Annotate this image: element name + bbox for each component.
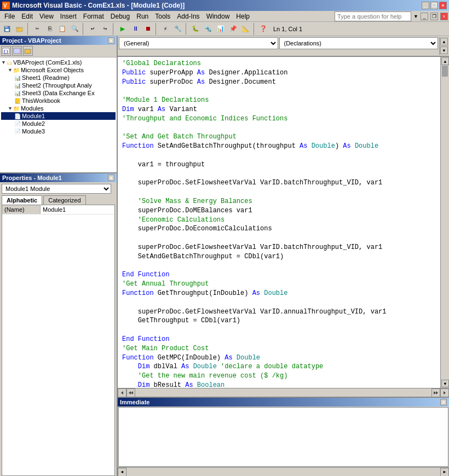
toolbar-stop[interactable]: ⏹ xyxy=(142,23,154,35)
help-minimize-btn[interactable]: _ xyxy=(421,13,428,20)
code-proc-dropdown[interactable]: (Declarations) xyxy=(279,37,439,49)
svg-rect-6 xyxy=(16,27,19,28)
tree-module2[interactable]: 📄 Module2 xyxy=(1,120,116,127)
code-line-9: Function SetAndGetBatchThroughput(throug… xyxy=(122,142,436,151)
scroll-down-btn[interactable]: ▼ xyxy=(440,47,448,54)
imm-scroll-track[interactable] xyxy=(127,469,440,475)
root-toggle[interactable]: ▼ xyxy=(1,60,7,65)
sheet2-icon: 📊 xyxy=(14,83,21,89)
svg-marker-15 xyxy=(436,391,438,394)
toolbar-sep1 xyxy=(27,23,30,35)
tree-thisworkbook[interactable]: 📒 ThisWorkbook xyxy=(1,97,116,105)
toolbar-run[interactable]: ▶ xyxy=(117,23,129,35)
help-dropdown[interactable]: ▼ xyxy=(413,14,418,19)
tree-module1[interactable]: 📄 Module1 xyxy=(1,112,116,120)
menu-bar: File Edit View Insert Format Debug Run T… xyxy=(0,11,449,22)
code-scroll-down[interactable]: ▼ xyxy=(441,380,449,387)
code-hscroll-left[interactable] xyxy=(118,388,126,397)
code-object-dropdown[interactable]: (General) xyxy=(119,37,278,49)
menu-run[interactable]: Run xyxy=(133,12,152,21)
project-close-btn[interactable]: × xyxy=(108,37,114,44)
toolbar-sep3 xyxy=(113,23,115,35)
toolbar-debug3[interactable]: 🔩 xyxy=(202,23,214,35)
toolbar-reset[interactable]: ⚡ xyxy=(159,23,171,35)
modules-toggle[interactable]: ▼ xyxy=(8,106,13,111)
proj-view-form[interactable] xyxy=(12,46,22,56)
code-scroll-up[interactable]: ▲ xyxy=(441,57,449,65)
code-editor[interactable]: 'Global Declarations Public superProApp … xyxy=(118,57,440,388)
menu-addins[interactable]: Add-Ins xyxy=(174,12,203,21)
toolbar-redo[interactable]: ↪ xyxy=(99,23,111,35)
toolbar-debug5[interactable]: 📌 xyxy=(227,23,239,35)
menu-edit[interactable]: Edit xyxy=(18,12,36,21)
restore-button[interactable]: ❐ xyxy=(430,2,438,9)
tree-modules-folder[interactable]: ▼ 📁 Modules xyxy=(1,105,116,112)
help-close-btn[interactable]: × xyxy=(440,13,448,20)
prop-row-name: (Name) Module1 xyxy=(2,205,114,214)
tree-sheet2-label: Sheet2 (Throughput Analy xyxy=(22,82,92,89)
toolbar-help[interactable]: ❓ xyxy=(257,23,269,35)
help-input[interactable] xyxy=(335,11,411,21)
toolbar-cut[interactable]: ✂ xyxy=(31,23,43,35)
tab-categorized[interactable]: Categorized xyxy=(43,195,85,205)
properties-object-select[interactable]: Module1 Module xyxy=(2,184,111,194)
module1-icon: 📄 xyxy=(14,113,21,119)
toolbar-open[interactable] xyxy=(14,23,26,35)
prop-name-value[interactable]: Module1 xyxy=(41,205,114,214)
menu-debug[interactable]: Debug xyxy=(107,12,133,21)
toolbar-find[interactable]: 🔍 xyxy=(69,23,81,35)
project-panel: Project - VBAProject × {} ▼ 🗂 xyxy=(0,36,117,173)
minimize-button[interactable]: _ xyxy=(422,2,429,9)
menu-file[interactable]: File xyxy=(1,12,18,21)
proj-view-code[interactable]: {} xyxy=(1,46,11,56)
tab-alphabetic[interactable]: Alphabetic xyxy=(2,195,42,205)
toolbar-debug6[interactable]: 📐 xyxy=(240,23,252,35)
code-hscroll-right[interactable] xyxy=(440,388,449,397)
modules-folder-icon: 📁 xyxy=(13,106,20,112)
toolbar-paste[interactable]: 📋 xyxy=(56,23,68,35)
imm-scroll-right[interactable]: ► xyxy=(440,468,449,477)
code-hscroll xyxy=(118,388,449,397)
toolbar-debug1[interactable]: 🔧 xyxy=(172,23,184,35)
tree-sheet3[interactable]: 📊 Sheet3 (Data Exchange Ex xyxy=(1,89,116,97)
close-button[interactable]: × xyxy=(439,2,447,9)
code-vscrollbar: ▲ ▼ xyxy=(440,57,449,388)
module3-icon: 📄 xyxy=(14,129,21,135)
menu-help[interactable]: Help xyxy=(233,12,253,21)
properties-close-btn[interactable]: × xyxy=(108,175,114,181)
code-line-11: var1 = throughput xyxy=(122,160,436,170)
code-line-21: SetAndGetBatchThroughput = CDbl(var1) xyxy=(122,252,436,262)
help-restore-btn[interactable]: ❐ xyxy=(430,13,438,20)
menu-insert[interactable]: Insert xyxy=(57,12,80,21)
tree-sheet2[interactable]: 📊 Sheet2 (Throughput Analy xyxy=(1,82,116,89)
excel-objects-label: Microsoft Excel Objects xyxy=(21,67,84,73)
proj-toggle-folders[interactable] xyxy=(23,46,33,56)
scroll-up-btn[interactable]: ▲ xyxy=(440,38,448,45)
code-hscroll-track[interactable] xyxy=(136,390,431,396)
immediate-body[interactable] xyxy=(118,407,448,467)
tree-excel-objects[interactable]: ▼ 📁 Microsoft Excel Objects xyxy=(1,66,116,74)
toolbar-debug2[interactable]: 🐛 xyxy=(189,23,202,35)
menu-format[interactable]: Format xyxy=(80,12,107,21)
tree-root[interactable]: ▼ 🗂 VBAProject (ComEx1.xls) xyxy=(1,59,116,66)
toolbar-pause[interactable]: ⏸ xyxy=(129,23,141,35)
imm-scroll-left[interactable]: ◄ xyxy=(118,468,126,477)
menu-tools[interactable]: Tools xyxy=(152,12,174,21)
code-scroll-track[interactable] xyxy=(441,77,449,379)
toolbar-save[interactable] xyxy=(1,23,13,35)
code-line-8: 'Set And Get Batch Throughput xyxy=(122,132,436,142)
menu-view[interactable]: View xyxy=(36,12,57,21)
excel-objects-toggle[interactable]: ▼ xyxy=(8,67,13,73)
immediate-close-btn[interactable]: × xyxy=(440,399,447,405)
toolbar-copy[interactable]: ⎘ xyxy=(44,23,56,35)
menu-window[interactable]: Window xyxy=(203,12,233,21)
code-hscroll-right2[interactable] xyxy=(431,388,440,397)
toolbar-debug4[interactable]: 📊 xyxy=(215,23,227,35)
svg-rect-4 xyxy=(5,26,8,28)
tree-module3[interactable]: 📄 Module3 xyxy=(1,127,116,135)
code-scroll-thumb[interactable] xyxy=(442,66,448,77)
toolbar-undo[interactable]: ↩ xyxy=(87,23,99,35)
code-hscroll-left2[interactable] xyxy=(126,388,135,397)
tree-module3-label: Module3 xyxy=(22,128,45,135)
tree-sheet1[interactable]: 📊 Sheet1 (Readme) xyxy=(1,74,116,82)
